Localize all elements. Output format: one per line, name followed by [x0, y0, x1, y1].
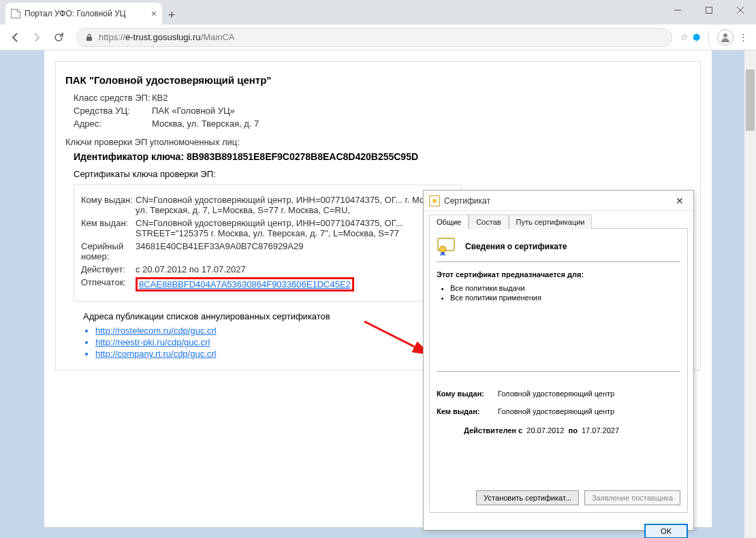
addr-value: Москва, ул. Тверская, д. 7	[152, 118, 259, 129]
tool-value: ПАК «Головной УЦ»	[152, 106, 235, 116]
addr-label: Адрес:	[74, 118, 152, 129]
scroll-thumb[interactable]	[746, 69, 755, 131]
crl-link[interactable]: http://reestr-pki.ru/cdp/guc.crl	[95, 337, 210, 347]
purpose-item: Все политики применения	[450, 294, 680, 302]
cert-dialog-icon	[429, 195, 440, 206]
crl-link[interactable]: http://rostelecom.ru/cdp/guc.crl	[95, 326, 217, 336]
new-tab-button[interactable]: +	[162, 5, 181, 25]
svg-point-8	[439, 246, 446, 253]
install-certificate-button[interactable]: Установить сертификат...	[476, 490, 579, 505]
window-close-button[interactable]	[725, 0, 756, 20]
window-minimize-button[interactable]	[662, 0, 693, 20]
dialog-tab-general[interactable]: Общие	[429, 215, 469, 229]
bookmark-star-icon[interactable]: ☆	[680, 32, 689, 42]
issued-by-label: Кем выдан:	[437, 407, 498, 415]
cert-serial-label: Серийный номер:	[81, 241, 136, 262]
certs-head: Сертификаты ключа проверки ЭП:	[74, 169, 691, 179]
cert-thumb-label: Отпечаток:	[81, 277, 136, 291]
nav-reload-button[interactable]	[49, 28, 68, 47]
svg-point-5	[723, 33, 727, 37]
extension-droplet-icon[interactable]: ⬢	[693, 32, 700, 42]
key-id-heading: Идентификатор ключа: 8B983B891851E8EF9C0…	[74, 151, 691, 162]
cert-by-label: Кем выдан:	[81, 218, 136, 238]
class-label: Класс средств ЭП:	[74, 93, 152, 103]
keys-head: Ключи проверки ЭП уполномоченных лиц:	[65, 137, 691, 147]
nav-forward-button[interactable]	[27, 28, 46, 47]
window-maximize-button[interactable]	[693, 0, 725, 20]
url-text: https://e-trust.gosuslugi.ru/MainCA	[99, 32, 234, 42]
page-scrollbar[interactable]	[744, 50, 756, 538]
page-title: ПАК "Головной удостоверяющий центр"	[65, 74, 691, 86]
dialog-close-button[interactable]: ✕	[672, 194, 688, 208]
page-icon	[11, 9, 20, 18]
purpose-item: Все политики выдачи	[450, 284, 680, 292]
issued-by-value: Головной удостоверяющий центр	[498, 407, 614, 415]
tool-label: Средства УЦ:	[74, 106, 152, 116]
cert-box: Кому выдан:CN=Головной удостоверяющий це…	[74, 185, 462, 302]
browser-tab[interactable]: Портал УФО: Головной УЦ ×	[5, 3, 162, 25]
cert-valid-label: Действует:	[81, 264, 136, 274]
tab-close-icon[interactable]: ×	[151, 8, 157, 19]
dialog-title: Сертификат	[444, 196, 672, 206]
thumbprint-highlight: 8CAE88BBFD404A7A53630864F9033606E1DC45E2	[136, 277, 354, 291]
cert-info-title: Сведения о сертификате	[465, 242, 567, 251]
svg-rect-1	[706, 7, 712, 14]
svg-rect-4	[86, 37, 92, 41]
cert-by-value: CN=Головной удостоверяющий центр, ИНН=00…	[136, 218, 454, 238]
nav-back-button[interactable]	[5, 28, 25, 47]
cert-valid-value: с 20.07.2012 по 17.07.2027	[136, 264, 246, 274]
profile-avatar-button[interactable]	[717, 29, 734, 46]
dialog-tab-certpath[interactable]: Путь сертификации	[509, 215, 593, 229]
class-value: КВ2	[152, 93, 168, 103]
address-bar[interactable]: https://e-trust.gosuslugi.ru/MainCA	[76, 28, 672, 47]
crl-link[interactable]: http://company.rt.ru/cdp/guc.crl	[95, 349, 217, 359]
issuer-statement-button: Заявление поставщика	[584, 490, 680, 505]
issued-to-label: Кому выдан:	[437, 390, 498, 398]
thumbprint-link[interactable]: 8CAE88BBFD404A7A53630864F9033606E1DC45E2	[139, 279, 351, 289]
cert-to-label: Кому выдан:	[81, 195, 136, 215]
certificate-icon	[437, 236, 458, 257]
lock-icon	[85, 33, 93, 42]
issued-to-value: Головной удостоверяющий центр	[498, 390, 614, 398]
dialog-ok-button[interactable]: OK	[644, 524, 688, 538]
browser-menu-button[interactable]: ⋮	[736, 32, 751, 42]
tab-title: Портал УФО: Головной УЦ	[25, 9, 147, 18]
dialog-tab-details[interactable]: Состав	[469, 215, 508, 229]
cert-to-value: CN=Головной удостоверяющий центр, ИНН=00…	[136, 195, 454, 215]
validity-row: Действителен с 20.07.2012 по 17.07.2027	[437, 426, 680, 434]
certificate-dialog: Сертификат ✕ Общие Состав Путь сертифика…	[424, 191, 693, 530]
cert-serial-value: 34681E40CB41EF33A9A0B7C876929A29	[136, 241, 303, 262]
purpose-head: Этот сертификат предназначается для:	[437, 270, 680, 279]
